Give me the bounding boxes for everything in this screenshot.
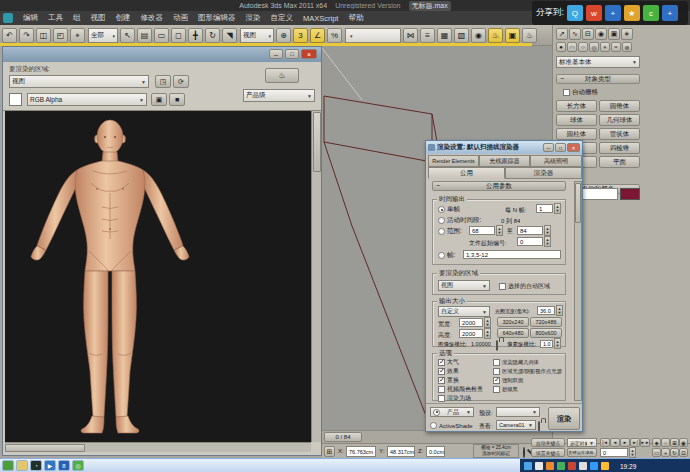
taskbar-app-8[interactable]: 8 bbox=[58, 460, 70, 471]
time-slider-handle[interactable]: 0 / 84 bbox=[324, 432, 362, 442]
percent-snap-button[interactable]: % bbox=[327, 28, 342, 43]
taskbar-app-green[interactable]: ◎ bbox=[72, 460, 84, 471]
subtab-cameras[interactable]: ◎ bbox=[589, 42, 599, 52]
subtab-helpers[interactable]: ⌖ bbox=[600, 42, 610, 52]
activeshade-radio[interactable]: ActiveShade bbox=[430, 421, 473, 430]
redo-button[interactable]: ↷ bbox=[19, 28, 34, 43]
undo-button[interactable]: ↶ bbox=[2, 28, 17, 43]
zoom-button[interactable]: ☼ bbox=[661, 438, 670, 447]
tab-renderer[interactable]: 渲染器 bbox=[505, 167, 582, 179]
auto-key-button[interactable]: 自动关键点 bbox=[531, 438, 565, 447]
window-crossing-button[interactable]: ◻ bbox=[171, 28, 186, 43]
subtab-spacewarps[interactable]: ≈ bbox=[611, 42, 621, 52]
subtab-lights[interactable]: ☼ bbox=[578, 42, 588, 52]
tab-render-elements[interactable]: Render Elements bbox=[428, 155, 479, 167]
next-frame-button[interactable]: ►| bbox=[630, 438, 640, 447]
mono-channel-button[interactable]: ■ bbox=[169, 93, 185, 106]
transform-type-in-icon[interactable]: ⊞ bbox=[324, 446, 335, 457]
option-atmospherics[interactable]: 大气 bbox=[438, 358, 483, 367]
object-type-rollout[interactable]: 对象类型 bbox=[556, 74, 640, 84]
option-effects[interactable]: 效果 bbox=[438, 367, 483, 376]
select-by-name-button[interactable]: ▤ bbox=[137, 28, 152, 43]
common-parameters-rollout[interactable]: 公用参数 bbox=[432, 181, 566, 191]
object-type-button[interactable]: 圆锥体 bbox=[599, 100, 640, 112]
select-and-link-button[interactable]: ◫ bbox=[36, 28, 51, 43]
use-pivot-center-button[interactable]: ⊕ bbox=[276, 28, 291, 43]
rfw-horizontal-scrollbar[interactable] bbox=[5, 442, 311, 452]
maximize-button[interactable]: □ bbox=[285, 49, 299, 59]
rendered-frame-button[interactable]: ▣ bbox=[505, 28, 520, 43]
share-favorite-icon[interactable]: ★ bbox=[624, 5, 640, 21]
z-coordinate-field[interactable]: 0.0cm bbox=[426, 446, 445, 457]
autogrid-checkbox[interactable]: 自动栅格 bbox=[563, 88, 598, 97]
taskbar-app-folder[interactable] bbox=[16, 460, 28, 471]
orbit-button[interactable]: ↻ bbox=[670, 448, 679, 457]
save-image-button[interactable]: ◳ bbox=[155, 75, 171, 88]
every-n-field[interactable]: 1 bbox=[536, 204, 553, 213]
select-and-scale-button[interactable]: ◥ bbox=[222, 28, 237, 43]
reference-coordinate-dropdown[interactable]: 视图 bbox=[240, 28, 274, 43]
angle-snap-button[interactable]: ∠ bbox=[310, 28, 325, 43]
share-more-icon[interactable]: + bbox=[662, 5, 678, 21]
active-segment-radio[interactable]: 活动时间段: bbox=[438, 216, 481, 225]
spinner[interactable]: ▲▼ bbox=[496, 225, 503, 236]
dialog-titlebar[interactable]: 渲染设置: 默认扫描线渲染器 – □ × bbox=[426, 141, 582, 154]
taskbar-app-clock[interactable]: ◔ bbox=[30, 460, 42, 471]
render-setup-button[interactable]: ♨ bbox=[488, 28, 503, 43]
tab-motion[interactable]: ◉ bbox=[595, 28, 607, 40]
menu-item[interactable]: 渲染 bbox=[241, 13, 266, 23]
option-render-to-fields[interactable]: 渲染为场 bbox=[438, 394, 483, 403]
option-force-2-sided[interactable]: 强制双面 bbox=[493, 376, 562, 385]
subtab-geometry[interactable]: ● bbox=[556, 42, 566, 52]
share-weibo-icon[interactable]: w bbox=[586, 5, 602, 21]
dialog-scrollbar[interactable] bbox=[574, 181, 582, 401]
maximize-viewport-button[interactable]: ⊡ bbox=[679, 448, 688, 457]
single-frame-radio[interactable]: 单帧 bbox=[438, 205, 460, 214]
size-preset-dropdown[interactable]: 自定义▼ bbox=[438, 306, 490, 317]
tray-icon-3[interactable] bbox=[546, 462, 554, 470]
spinner[interactable]: ▲▼ bbox=[484, 317, 491, 328]
range-radio[interactable]: 范围: bbox=[438, 227, 462, 236]
named-selection-sets-dropdown[interactable] bbox=[345, 28, 401, 43]
channel-display-dropdown[interactable]: RGB Alpha▼ bbox=[27, 93, 147, 106]
production-radio[interactable]: 产品▼ bbox=[430, 407, 474, 417]
tray-icon-7[interactable] bbox=[590, 462, 598, 470]
tab-modify[interactable]: ∿ bbox=[569, 28, 581, 40]
spinner[interactable]: ▲▼ bbox=[544, 236, 551, 247]
share-qzone-icon[interactable]: Q bbox=[567, 5, 583, 21]
menu-item[interactable]: 工具 bbox=[43, 13, 68, 23]
material-editor-button[interactable]: ◉ bbox=[471, 28, 486, 43]
menu-item[interactable]: MAXScript bbox=[298, 14, 343, 23]
file-number-base-field[interactable]: 0 bbox=[517, 237, 543, 246]
taskbar-app-media[interactable]: ▶ bbox=[44, 460, 56, 471]
spinner[interactable]: ▲▼ bbox=[556, 305, 563, 316]
tray-icon-5[interactable] bbox=[568, 462, 576, 470]
set-key-button[interactable]: 设置关键点 bbox=[531, 448, 565, 457]
select-and-rotate-button[interactable]: ↻ bbox=[205, 28, 220, 43]
viewport-dropdown[interactable]: Camera01▼ bbox=[496, 420, 536, 430]
render-button[interactable]: 渲染 bbox=[548, 407, 580, 430]
range-to-field[interactable]: 84 bbox=[517, 226, 543, 235]
clone-rfw-button[interactable]: ⟳ bbox=[173, 75, 189, 88]
zoom-extents-button[interactable]: ⊞ bbox=[670, 438, 679, 447]
option-render-hidden[interactable]: 渲染隐藏几何体 bbox=[493, 358, 562, 367]
mirror-button[interactable]: ⋈ bbox=[403, 28, 418, 43]
select-and-move-button[interactable]: ╋ bbox=[188, 28, 203, 43]
resolution-preset-button[interactable]: 320x240 bbox=[497, 317, 529, 327]
bind-to-spacewarp-button[interactable]: ⌖ bbox=[70, 28, 85, 43]
key-mode-toggle[interactable]: ◈ bbox=[652, 438, 661, 447]
y-coordinate-field[interactable]: 48.317cm bbox=[387, 446, 415, 457]
object-type-button[interactable]: 平面 bbox=[599, 156, 640, 168]
spinner[interactable]: ▲▼ bbox=[484, 328, 491, 339]
option-super-black[interactable]: 超级黑 bbox=[493, 385, 562, 394]
auto-region-checkbox[interactable]: 选择的自动区域 bbox=[499, 282, 550, 291]
frames-field[interactable]: 1,3,5-12 bbox=[463, 250, 561, 259]
subtab-systems[interactable]: ⊛ bbox=[622, 42, 632, 52]
render-setup-mini-button[interactable]: ♨ bbox=[265, 68, 299, 83]
key-filters-button[interactable]: 关键点过滤器.. bbox=[567, 448, 597, 457]
play-button[interactable]: ► bbox=[620, 438, 630, 447]
menu-item[interactable]: 组 bbox=[68, 13, 86, 23]
share-wechat-icon[interactable]: c bbox=[643, 5, 659, 21]
menu-item[interactable]: 动画 bbox=[168, 13, 193, 23]
primitive-category-dropdown[interactable]: 标准基本体▼ bbox=[556, 56, 640, 68]
